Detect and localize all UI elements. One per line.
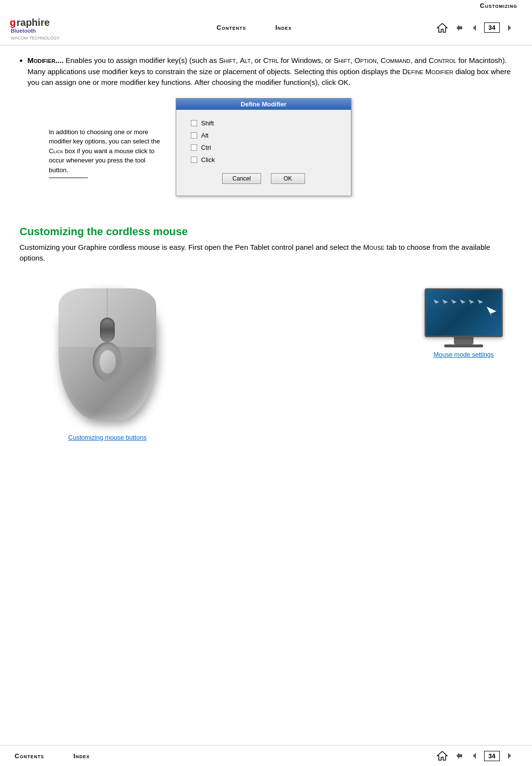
svg-text:WACOM TECHNOLOGY: WACOM TECHNOLOGY <box>11 36 60 40</box>
header-right: 34 <box>435 21 517 34</box>
click-checkbox-row: Click <box>191 156 336 163</box>
next-page-button[interactable] <box>504 21 517 34</box>
monitor-image <box>425 288 503 347</box>
footer-home-button[interactable] <box>435 749 449 762</box>
svg-text:g: g <box>10 17 16 28</box>
modifier-intro: Enables you to assign modifier key(s) (s… <box>27 56 511 86</box>
shift-checkbox[interactable] <box>191 120 197 126</box>
alt-checkbox[interactable] <box>191 132 197 139</box>
contents-link[interactable]: Contents <box>217 24 246 31</box>
main-cursor <box>436 295 496 331</box>
ctrl-checkbox[interactable] <box>191 144 197 151</box>
footer-back-button[interactable] <box>451 749 465 762</box>
footer-page-number-box: 34 <box>484 751 500 761</box>
mouse-oval-indent <box>93 342 122 381</box>
svg-marker-9 <box>456 753 462 759</box>
header-nav: Contents Index <box>217 24 292 31</box>
footer-nav: Contents Index <box>15 752 90 760</box>
nav-icons <box>435 21 480 34</box>
footer-contents-link[interactable]: Contents <box>15 752 44 760</box>
ctrl-checkbox-row: Ctrl <box>191 144 336 151</box>
mouse-image <box>29 279 185 430</box>
mouse-right: Mouse mode settings <box>425 288 503 358</box>
dialog-body: Shift Alt Ctrl Click Cancel <box>176 110 351 196</box>
svg-text:Bluetooth: Bluetooth <box>11 28 36 34</box>
ctrl-label: Ctrl <box>201 144 211 151</box>
svg-marker-5 <box>456 25 462 31</box>
dialog-title-bar: Define Modifier <box>176 99 351 110</box>
monitor-stand <box>454 337 473 344</box>
bullet-dot: • <box>20 56 22 88</box>
click-checkbox[interactable] <box>191 157 197 163</box>
graphire-logo: g raphire Bluetooth WACOM TECHNOLOGY <box>10 14 73 41</box>
svg-marker-6 <box>473 25 476 31</box>
mouse-section: Customizing the cordless mouse Customizi… <box>20 225 512 441</box>
alt-checkbox-row: Alt <box>191 132 336 139</box>
callout-line-bar <box>49 178 88 178</box>
mouse-left-button <box>59 288 107 347</box>
dialog-area: In addition to choosing one or more modi… <box>49 98 512 196</box>
back-arrow-icon <box>452 22 463 33</box>
main-content: • Modifier.... Enables you to assign mod… <box>0 45 532 451</box>
mouse-left: Customizing mouse buttons <box>29 279 185 441</box>
next-arrow-icon <box>505 22 516 33</box>
cancel-label: Cancel <box>232 175 250 182</box>
mouse-section-title: Customizing the cordless mouse <box>20 225 512 238</box>
prev-arrow-icon <box>468 22 479 33</box>
home-button[interactable] <box>435 21 449 34</box>
cancel-button[interactable]: Cancel <box>222 173 261 184</box>
page-number: 34 <box>489 24 495 31</box>
shift-label: Shift <box>201 120 214 127</box>
back-button[interactable] <box>451 21 465 34</box>
modifier-section: • Modifier.... Enables you to assign mod… <box>20 55 512 88</box>
modifier-text-block: Modifier.... Enables you to assign modif… <box>27 55 512 88</box>
customizing-text: Customizing <box>480 2 517 9</box>
footer-index-link[interactable]: Index <box>73 752 90 760</box>
header-nav-bar: g raphire Bluetooth WACOM TECHNOLOGY Con… <box>0 9 532 45</box>
shift-checkbox-row: Shift <box>191 120 336 127</box>
ok-button[interactable]: OK <box>271 173 305 184</box>
monitor-screen <box>425 288 503 337</box>
index-link[interactable]: Index <box>275 24 292 31</box>
footer: Contents Index 34 <box>0 745 532 766</box>
callout-text-block: In addition to choosing one or more modi… <box>49 98 166 179</box>
svg-marker-8 <box>437 751 447 760</box>
section-spacing <box>20 206 512 225</box>
footer-prev-button[interactable] <box>467 749 480 762</box>
mouse-mode-link[interactable]: Mouse mode settings <box>433 351 494 358</box>
customizing-label: Customizing <box>0 0 532 9</box>
mouse-images-area: Customizing mouse buttons <box>29 279 503 441</box>
click-label: Click <box>201 156 215 163</box>
mouse-body <box>59 288 156 420</box>
footer-prev-icon <box>468 750 479 761</box>
footer-right: 34 <box>435 749 517 762</box>
cursor-arrow-icon <box>487 307 496 319</box>
svg-marker-10 <box>473 753 476 759</box>
ok-label: OK <box>284 175 292 182</box>
prev-page-button[interactable] <box>467 21 480 34</box>
footer-page-number: 34 <box>489 752 495 760</box>
svg-marker-11 <box>508 753 511 759</box>
mouse-scroll-wheel <box>100 318 115 342</box>
dialog-buttons: Cancel OK <box>191 168 336 191</box>
footer-next-button[interactable] <box>504 749 517 762</box>
mouse-buttons-link[interactable]: Customizing mouse buttons <box>68 434 146 441</box>
footer-nav-icons <box>435 749 480 762</box>
dialog-title: Define Modifier <box>241 101 286 108</box>
logo-area: g raphire Bluetooth WACOM TECHNOLOGY <box>10 14 73 41</box>
svg-marker-7 <box>508 25 511 31</box>
svg-text:raphire: raphire <box>17 17 50 28</box>
mouse-right-button <box>107 288 156 347</box>
alt-label: Alt <box>201 132 208 139</box>
footer-back-icon <box>452 750 463 761</box>
callout-text: In addition to choosing one or more modi… <box>49 127 166 175</box>
footer-next-icon <box>505 750 516 761</box>
footer-home-icon <box>436 750 448 762</box>
mouse-section-text: Customizing your Graphire cordless mouse… <box>20 242 512 264</box>
page-number-box: 34 <box>484 22 500 33</box>
svg-marker-4 <box>437 23 447 32</box>
mouse-inner-oval <box>99 349 116 374</box>
home-icon <box>436 22 448 34</box>
modifier-term: Modifier.... <box>27 56 63 64</box>
callout-line <box>49 177 166 178</box>
